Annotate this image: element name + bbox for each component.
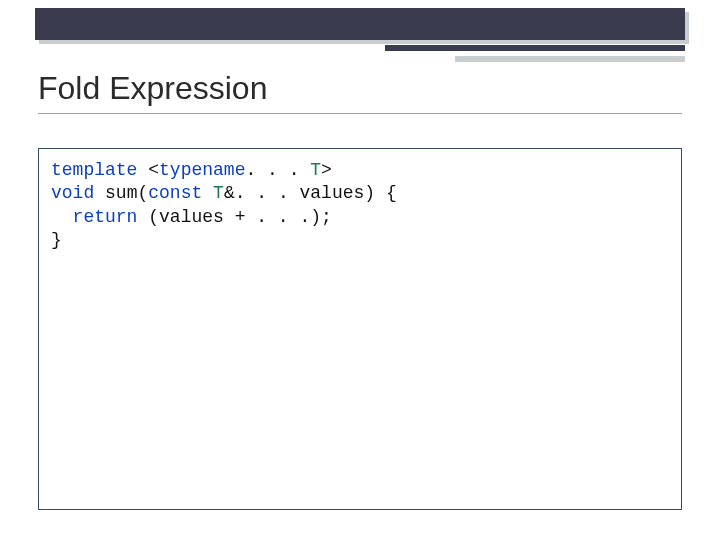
accent-bar-dark [385,45,685,51]
code-panel: template <typename. . . T> void sum(cons… [38,148,682,510]
accent-bar-light [455,56,685,62]
type-T-param: T [213,183,224,203]
header-bar [35,8,685,40]
space [202,183,213,203]
brace-close: } [51,230,62,250]
slide: Fold Expression template <typename. . . … [0,0,720,540]
return-expression: (values + . . .); [137,207,331,227]
keyword-return: return [73,207,138,227]
angle-open: < [137,160,159,180]
code-block: template <typename. . . T> void sum(cons… [51,159,669,253]
angle-close: > [321,160,332,180]
keyword-typename: typename [159,160,245,180]
params-rest: &. . . values) { [224,183,397,203]
space [94,183,105,203]
keyword-void: void [51,183,94,203]
slide-title: Fold Expression [38,70,682,114]
indent [51,207,73,227]
paren-open: ( [137,183,148,203]
keyword-template: template [51,160,137,180]
keyword-const: const [148,183,202,203]
template-ellipsis: . . . [245,160,310,180]
type-T: T [310,160,321,180]
function-name: sum [105,183,137,203]
